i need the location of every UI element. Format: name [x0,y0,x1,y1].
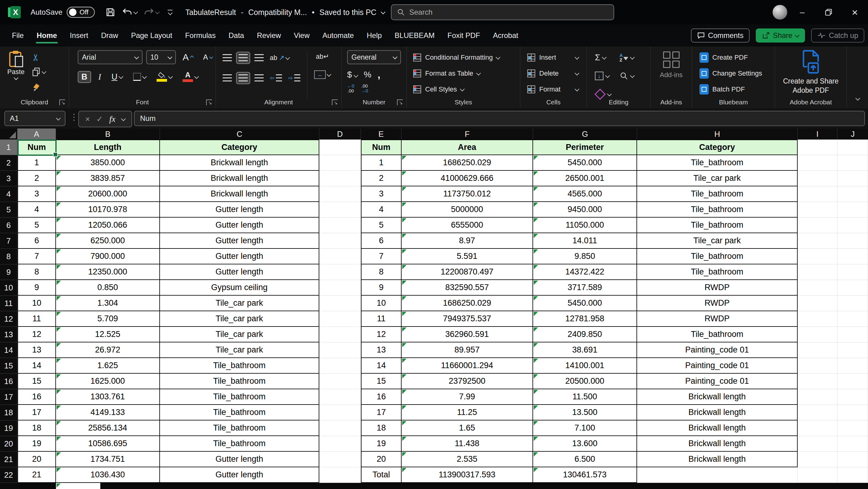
sort-dropdown-icon[interactable] [630,55,635,60]
cell-perimeter[interactable]: 20500.000 [533,374,637,389]
cell-length[interactable]: 1.625 [56,358,160,374]
cell-empty-d[interactable] [319,249,361,264]
decrease-decimal-button[interactable]: .00→0 [361,84,368,93]
cell-area[interactable]: 832590.557 [402,280,533,296]
row-header[interactable]: 13 [0,327,18,342]
cell-category-right[interactable]: RWDP [637,296,798,311]
cell-empty-d[interactable] [319,171,361,186]
cell-num-left[interactable]: 2 [18,171,56,186]
ribbon-tab[interactable]: Formulas [179,27,222,44]
cell-perimeter[interactable]: 9.850 [533,249,637,264]
cell-category-right[interactable]: Painting_code 01 [637,342,798,358]
cell-num-right[interactable]: 13 [361,342,402,358]
borders-dropdown-icon[interactable] [142,74,147,79]
cell-num-right[interactable]: 12 [361,327,402,342]
autosave-control[interactable]: AutoSave Off [31,7,95,18]
cell-category-right[interactable]: Brickwall length [637,421,798,436]
bold-button[interactable]: B [78,71,91,83]
accounting-format-button[interactable]: $ [347,70,358,80]
cell-empty-j[interactable] [837,249,868,264]
cell-num-right[interactable]: 3 [361,186,402,202]
undo-button[interactable] [120,5,139,19]
row-header[interactable]: 8 [0,249,18,264]
cell-category-left[interactable]: Brickwall length [160,155,319,171]
cell-num-left[interactable]: 8 [18,264,56,280]
cell-perimeter[interactable]: 14100.001 [533,358,637,374]
cell-empty-j[interactable] [837,155,868,171]
cell-h1[interactable]: Category [637,140,798,155]
cell-num-right[interactable]: 7 [361,249,402,264]
document-title[interactable]: TabulateResult - Compatibility M... • Sa… [185,8,384,17]
center-button[interactable] [236,72,250,84]
cell-area[interactable]: 1686250.029 [402,296,533,311]
ribbon-tab[interactable]: Home [30,27,64,44]
row-header[interactable]: 12 [0,311,18,327]
cell-empty-j[interactable] [837,374,868,389]
title-dropdown-icon[interactable] [380,9,385,15]
accounting-dropdown-icon[interactable] [353,73,359,78]
cell-perimeter[interactable]: 5450.000 [533,296,637,311]
cell-category-left[interactable]: Tile_bathroom [160,405,319,421]
row-header[interactable]: 11 [0,296,18,311]
cell-empty-d[interactable] [319,374,361,389]
cell-empty-i[interactable] [798,280,837,296]
cell-length[interactable]: 0.850 [56,280,160,296]
cell-category-right[interactable]: Tile_bathroom [637,327,798,342]
cell-area[interactable]: 11.438 [402,436,533,452]
cell-num-left[interactable]: 21 [18,467,56,483]
cell-category-right[interactable]: Tile_bathroom [637,186,798,202]
orientation-button[interactable]: ab ↗ [268,52,291,64]
save-button[interactable] [103,5,118,19]
cell-perimeter[interactable]: 13.600 [533,436,637,452]
column-header[interactable]: G [533,128,637,140]
cell-empty-d[interactable] [319,264,361,280]
cell-empty-j[interactable] [837,186,868,202]
cell-empty-j[interactable] [837,218,868,233]
paste-dropdown-icon[interactable] [13,75,18,80]
cell-i1[interactable] [798,140,837,155]
cell-area[interactable]: 7.99 [402,389,533,405]
cell-length[interactable]: 5.709 [56,311,160,327]
cell-category-right[interactable]: Brickwall length [637,389,798,405]
redo-button[interactable] [142,5,161,19]
cell-perimeter[interactable]: 4565.000 [533,186,637,202]
cell-empty-i[interactable] [798,327,837,342]
cell-category-left[interactable]: Gutter length [160,264,319,280]
insert-function-button[interactable]: fx [109,114,115,124]
cell-category-left[interactable]: Tile_bathroom [160,421,319,436]
cell-num-left[interactable]: 9 [18,280,56,296]
cell-category-right[interactable]: Tile_bathroom [637,155,798,171]
cell-empty-i[interactable] [798,233,837,249]
cell-category-right[interactable]: Tile_bathroom [637,218,798,233]
merge-dropdown-icon[interactable] [327,72,332,77]
cell-empty-i[interactable] [798,405,837,421]
styles-menu-item[interactable]: Format as Table [413,65,520,81]
cell-empty-d[interactable] [319,202,361,218]
cell-num-left[interactable]: 6 [18,233,56,249]
cell-empty-d[interactable] [319,218,361,233]
cell-category-left[interactable]: Gutter length [160,202,319,218]
font-size-select[interactable]: 10 [146,50,176,64]
font-name-select[interactable]: Arial [78,50,143,64]
cell-category-right[interactable] [637,467,798,483]
bluebeam-menu-item[interactable]: Batch PDF [700,81,775,97]
cell-empty-d[interactable] [319,155,361,171]
cell-category-right[interactable]: Tile_bathroom [637,202,798,218]
share-button[interactable]: Share [756,28,805,42]
column-header[interactable]: J [837,128,868,140]
cell-perimeter[interactable]: 13.500 [533,405,637,421]
find-select-button[interactable] [620,69,644,83]
column-header[interactable]: B [56,128,160,140]
cell-area[interactable]: 1686250.029 [402,155,533,171]
cell-empty-j[interactable] [837,467,868,483]
cell-empty-d[interactable] [319,342,361,358]
cell-empty-d[interactable] [319,467,361,483]
cell-empty-d[interactable] [319,296,361,311]
cell-b1[interactable]: Length [56,140,160,155]
cell-area[interactable]: 7949375.537 [402,311,533,327]
column-header[interactable]: A [18,128,56,140]
row-header[interactable]: 17 [0,389,18,405]
cell-length[interactable]: 10170.978 [56,202,160,218]
cell-num-left[interactable]: 4 [18,202,56,218]
cell-category-left[interactable]: Tile_bathroom [160,374,319,389]
